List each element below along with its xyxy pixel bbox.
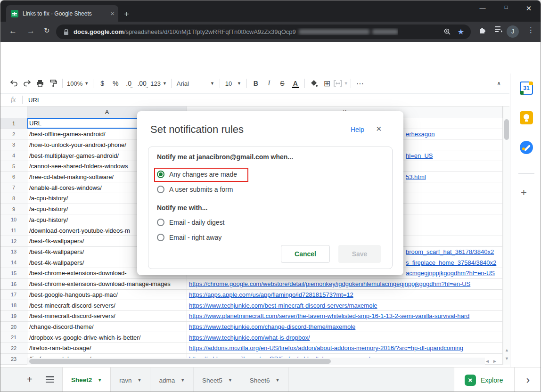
row-header-6[interactable]: 6 xyxy=(0,172,27,183)
cell-link[interactable]: https://www.techjunkie.com/change-discor… xyxy=(189,323,355,330)
row-header-22[interactable]: 22 xyxy=(0,343,27,354)
row-header-14[interactable]: 14 xyxy=(0,257,27,268)
cell-link[interactable]: https://chrome.google.com/webstore/detai… xyxy=(189,280,470,287)
dialog-close-icon[interactable]: × xyxy=(376,123,382,134)
new-tab-button[interactable]: + xyxy=(124,9,129,19)
address-bar[interactable]: docs.google.com/spreadsheets/d/1lXnMj1Tf… xyxy=(56,24,471,39)
formula-input[interactable]: URL xyxy=(28,97,41,104)
cell-A18[interactable]: /best-minecraft-discord-servers/ xyxy=(27,300,187,311)
window-close-button[interactable]: ✕ xyxy=(522,4,536,13)
row-header-23[interactable]: 23 xyxy=(0,354,27,365)
print-button[interactable] xyxy=(33,77,47,90)
chevron-down-icon[interactable]: ▼ xyxy=(180,378,185,383)
row-header-7[interactable]: 7 xyxy=(0,182,27,193)
vertical-scrollbar[interactable]: ▲ ▼ xyxy=(503,106,510,365)
row-header-20[interactable]: 20 xyxy=(0,322,27,333)
scroll-right-icon[interactable]: ► xyxy=(492,359,500,364)
cell-link[interactable]: acmgegjnppjkgogdhm?hl=en-US xyxy=(406,270,495,277)
notify-when-option-1[interactable]: Any changes are made xyxy=(157,167,237,182)
row-header-19[interactable]: 19 xyxy=(0,311,27,322)
cell-link[interactable]: https://addons.mozilla.org/en-US/firefox… xyxy=(189,344,463,351)
horizontal-scrollbar-thumb[interactable] xyxy=(29,359,331,364)
cell-B19[interactable]: https://www.planetminecraft.com/server/t… xyxy=(187,311,503,322)
zoom-page-icon[interactable] xyxy=(444,28,451,35)
back-button[interactable]: ← xyxy=(9,26,17,36)
browser-profile-avatar[interactable]: J xyxy=(507,25,519,38)
cell-link[interactable]: https://apps.apple.com/us/app/flamingo/i… xyxy=(189,291,353,298)
help-link[interactable]: Help xyxy=(351,126,364,133)
bold-button[interactable]: B xyxy=(249,77,262,90)
cell-A16[interactable]: /best-chrome-extensions-download-manage-… xyxy=(27,279,187,290)
font-size-select[interactable]: 10▼ xyxy=(222,77,244,90)
google-tasks-icon[interactable] xyxy=(520,141,533,154)
row-header-18[interactable]: 18 xyxy=(0,300,27,311)
cell-link[interactable]: broom_scarf_hat_36178/3840x2 xyxy=(406,248,494,255)
radio-icon[interactable] xyxy=(157,219,164,226)
cell-A19[interactable]: /best-minecraft-discord-servers/ xyxy=(27,311,187,322)
bookmark-star-icon[interactable]: ★ xyxy=(458,27,464,36)
scroll-down-icon[interactable]: ▼ xyxy=(503,356,510,361)
cell-B16[interactable]: https://chrome.google.com/webstore/detai… xyxy=(187,279,503,290)
browser-menu-icon[interactable]: ⋮ xyxy=(527,26,534,34)
notify-with-option-1[interactable]: Email - daily digest xyxy=(157,215,225,230)
cell-link[interactable]: erhexagon xyxy=(406,131,434,138)
horizontal-scrollbar[interactable] xyxy=(27,358,485,365)
row-header-13[interactable]: 13 xyxy=(0,247,27,258)
row-header-12[interactable]: 12 xyxy=(0,236,27,247)
get-add-ons-icon[interactable]: + xyxy=(521,187,527,199)
browser-tab[interactable]: Links to fix - Google Sheets × xyxy=(6,5,118,22)
sheet-tab-sheet2[interactable]: Sheet2▼ xyxy=(62,368,111,392)
cell-link[interactable]: 53.html xyxy=(406,173,426,180)
chevron-down-icon[interactable]: ▼ xyxy=(98,378,102,383)
forward-button[interactable]: → xyxy=(27,26,35,36)
cell-link[interactable]: https://www.planetminecraft.com/server/t… xyxy=(189,312,469,319)
cell-B17[interactable]: https://apps.apple.com/us/app/flamingo/i… xyxy=(187,290,503,301)
notify-when-option-2[interactable]: A user submits a form xyxy=(157,182,237,197)
select-all-corner[interactable] xyxy=(0,106,27,118)
cell-A22[interactable]: /firefox-ram-tab-usage/ xyxy=(27,343,187,354)
chevron-down-icon[interactable]: ▼ xyxy=(228,378,232,383)
row-header-5[interactable]: 5 xyxy=(0,161,27,172)
sheet-tab-sheet5[interactable]: Sheet5▼ xyxy=(194,368,241,392)
zoom-select[interactable]: 100%▼ xyxy=(65,77,90,90)
more-toolbar-button[interactable]: ⋯ xyxy=(353,77,367,90)
undo-button[interactable] xyxy=(7,77,20,90)
scroll-up-icon[interactable]: ▲ xyxy=(503,348,510,352)
strikethrough-button[interactable]: S xyxy=(276,77,289,90)
sheet-tab-sheet6[interactable]: Sheet6▼ xyxy=(241,368,289,392)
cell-A17[interactable]: /best-google-hangouts-app-mac/ xyxy=(27,290,187,301)
radio-icon[interactable] xyxy=(157,171,164,178)
borders-button[interactable]: ⊞ xyxy=(320,77,334,90)
add-sheet-button[interactable]: + xyxy=(27,374,33,385)
notify-with-option-2[interactable]: Email - right away xyxy=(157,230,225,245)
sheet-tab-adma[interactable]: adma▼ xyxy=(150,368,194,392)
cell-link[interactable]: hl=en_US xyxy=(406,152,433,159)
redo-button[interactable] xyxy=(20,77,33,90)
scroll-left-icon[interactable]: ◄ xyxy=(485,359,492,364)
extensions-icon[interactable] xyxy=(478,26,487,34)
explore-button[interactable]: Explore xyxy=(454,368,514,392)
row-header-1[interactable]: 1 xyxy=(0,118,27,129)
increase-decimal-button[interactable]: .00→ xyxy=(135,77,148,90)
chevron-down-icon[interactable]: ▼ xyxy=(137,378,141,383)
cell-link[interactable]: https://www.techjunkie.com/best-minecraf… xyxy=(189,302,377,309)
merge-cells-button[interactable]: ▼ xyxy=(334,77,348,90)
cell-B18[interactable]: https://www.techjunkie.com/best-minecraf… xyxy=(187,300,503,311)
save-button[interactable]: Save xyxy=(338,245,381,263)
cancel-button[interactable]: Cancel xyxy=(281,245,330,263)
row-header-2[interactable]: 2 xyxy=(0,129,27,140)
all-sheets-icon[interactable] xyxy=(46,376,54,383)
media-list-icon[interactable] xyxy=(494,26,503,33)
chevron-down-icon[interactable]: ▼ xyxy=(276,378,280,383)
decrease-decimal-button[interactable]: .0← xyxy=(122,77,135,90)
sheet-tab-ravn[interactable]: ravn▼ xyxy=(111,368,150,392)
open-side-panel-icon[interactable]: › xyxy=(514,368,541,392)
cell-link[interactable]: https://www.techjunkie.com/what-is-dropb… xyxy=(189,334,310,341)
radio-icon[interactable] xyxy=(157,234,164,241)
number-format-select[interactable]: 123▼ xyxy=(148,77,169,90)
row-header-16[interactable]: 16 xyxy=(0,279,27,290)
format-currency-button[interactable]: $ xyxy=(96,77,109,90)
font-select[interactable]: Arial▼ xyxy=(174,77,217,90)
cell-B20[interactable]: https://www.techjunkie.com/change-discor… xyxy=(187,322,503,333)
italic-button[interactable]: I xyxy=(262,77,276,90)
